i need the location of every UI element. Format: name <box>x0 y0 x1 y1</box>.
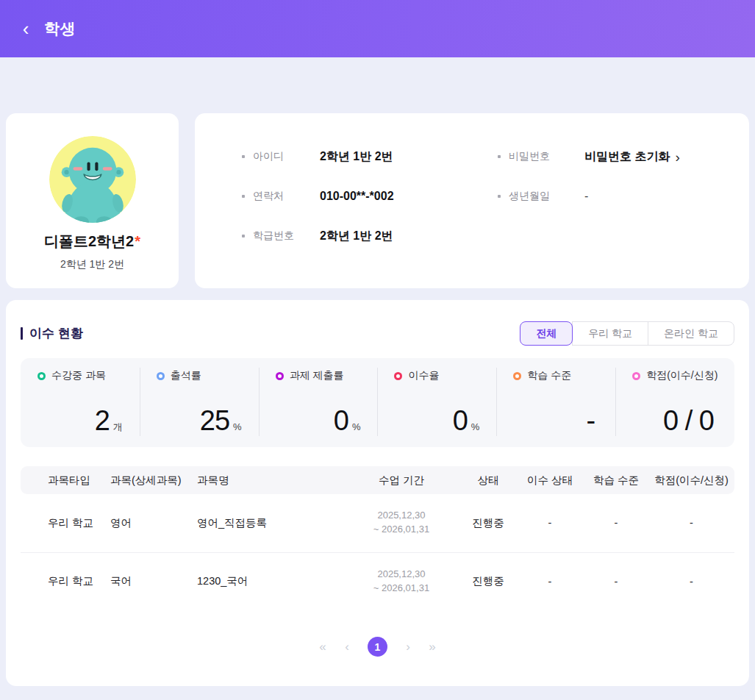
table-row[interactable]: 우리 학교 영어 영어_직접등록 2025,12,30 ~ 2026,01,31… <box>21 494 734 552</box>
field-value-id: 2학년 1반 2번 <box>320 149 498 165</box>
student-info-card: 아이디 2학년 1반 2번 비밀번호 비밀번호 초기화 › 연락처 010-00… <box>195 113 749 288</box>
stat-credits: 학점(이수/신청) 0 / 0 <box>615 358 734 447</box>
field-label-id: 아이디 <box>242 150 320 163</box>
back-icon: ‹ <box>23 19 29 38</box>
col-subject-type: 과목타입 <box>21 466 110 494</box>
current-page-button[interactable]: 1 <box>368 637 387 657</box>
ring-icon <box>37 372 46 380</box>
tab-our-school[interactable]: 우리 학교 <box>572 321 648 346</box>
tab-online-school[interactable]: 온라인 학교 <box>648 321 734 346</box>
scope-tabs: 전체 우리 학교 온라인 학교 <box>520 321 734 346</box>
completion-status-card: 이수 현황 전체 우리 학교 온라인 학교 수강중 과목 2개 출석률 25% <box>6 300 749 686</box>
table-header-row: 과목타입 과목(상세과목) 과목명 수업 기간 상태 이수 상태 학습 수준 학… <box>21 466 734 494</box>
chevron-right-icon: › <box>675 150 679 164</box>
col-subject: 과목(상세과목) <box>110 466 197 494</box>
last-page-button[interactable]: » <box>423 638 441 656</box>
ring-icon <box>513 372 521 380</box>
bullet-icon <box>242 235 245 238</box>
stat-learning-level: 학습 수준 - <box>496 358 615 447</box>
bullet-icon <box>242 155 245 158</box>
stat-completion-rate: 이수율 0% <box>377 358 496 447</box>
field-label-password: 비밀번호 <box>498 150 584 163</box>
previous-page-button[interactable]: ‹ <box>338 638 356 656</box>
col-status: 상태 <box>460 466 516 494</box>
col-completion-status: 이수 상태 <box>516 466 584 494</box>
col-class-period: 수업 기간 <box>343 466 460 494</box>
student-name: 디폴트2학년2* <box>44 232 140 251</box>
tab-all[interactable]: 전체 <box>520 321 573 346</box>
profile-card: 디폴트2학년2* 2학년 1반 2번 <box>6 113 179 288</box>
col-credits: 학점(이수/신청) <box>648 466 734 494</box>
page-title: 학생 <box>44 18 76 39</box>
ring-icon <box>157 372 165 380</box>
field-value-birthdate: - <box>584 190 727 203</box>
password-reset-button[interactable]: 비밀번호 초기화 › <box>584 149 727 165</box>
field-label-contact: 연락처 <box>242 190 320 203</box>
student-detail-page: ‹ 학생 <box>0 0 755 700</box>
courses-table: 과목타입 과목(상세과목) 과목명 수업 기간 상태 이수 상태 학습 수준 학… <box>21 466 734 610</box>
table-row[interactable]: 우리 학교 국어 1230_국어 2025,12,30 ~ 2026,01,31… <box>21 552 734 610</box>
section-title: 이수 현황 <box>21 325 83 342</box>
col-learning-level: 학습 수준 <box>584 466 648 494</box>
field-label-birthdate: 생년월일 <box>498 190 584 203</box>
stat-assignment-submission-rate: 과제 제출률 0% <box>259 358 378 447</box>
bullet-icon <box>498 155 501 158</box>
ring-icon <box>394 372 402 380</box>
bullet-icon <box>242 195 245 198</box>
back-button[interactable]: ‹ <box>13 16 38 41</box>
app-header: ‹ 학생 <box>0 0 755 57</box>
pagination: « ‹ 1 › » <box>6 637 749 657</box>
field-value-contact: 010-00**-*002 <box>320 190 498 203</box>
bullet-icon <box>498 195 501 198</box>
field-value-class-number: 2학년 1반 2번 <box>320 229 498 244</box>
stats-panel: 수강중 과목 2개 출석률 25% 과제 제출률 0% 이수율 0% 학습 수준 <box>21 358 734 447</box>
ring-icon <box>632 372 640 380</box>
student-avatar-icon <box>49 136 136 223</box>
title-bar-decoration <box>21 327 23 340</box>
field-label-class-number: 학급번호 <box>242 229 320 243</box>
ring-icon <box>276 372 284 380</box>
stat-courses-in-progress: 수강중 과목 2개 <box>21 358 140 447</box>
student-class: 2학년 1반 2번 <box>60 258 124 271</box>
next-page-button[interactable]: › <box>399 638 417 656</box>
required-mark: * <box>135 233 140 249</box>
stat-attendance-rate: 출석률 25% <box>140 358 259 447</box>
first-page-button[interactable]: « <box>314 638 332 656</box>
col-course-name: 과목명 <box>197 466 343 494</box>
